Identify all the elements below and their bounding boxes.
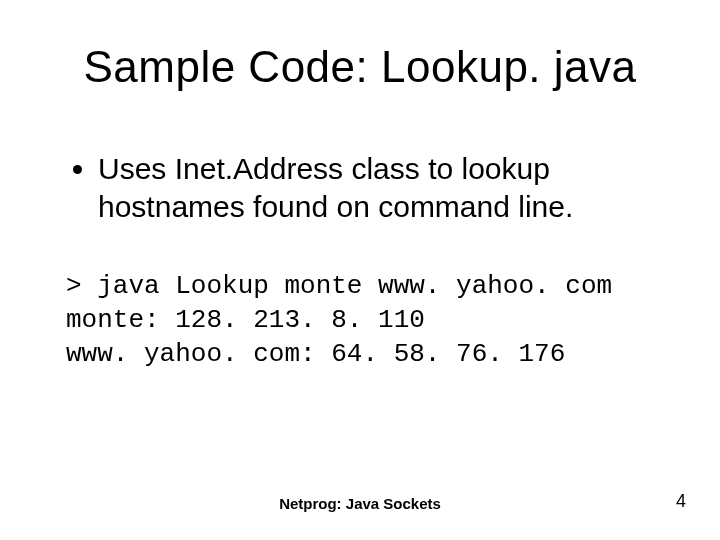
- code-line-2: monte: 128. 213. 8. 110: [66, 305, 425, 335]
- slide-title: Sample Code: Lookup. java: [0, 42, 720, 92]
- page-number: 4: [676, 491, 686, 512]
- code-block: > java Lookup monte www. yahoo. com mont…: [66, 270, 660, 371]
- code-line-3: www. yahoo. com: 64. 58. 76. 176: [66, 339, 565, 369]
- bullet-item: Uses Inet.Address class to lookup hostna…: [98, 150, 660, 225]
- code-line-1: > java Lookup monte www. yahoo. com: [66, 271, 612, 301]
- footer-center: Netprog: Java Sockets: [0, 495, 720, 512]
- bullet-list: Uses Inet.Address class to lookup hostna…: [70, 150, 660, 225]
- slide: Sample Code: Lookup. java Uses Inet.Addr…: [0, 0, 720, 540]
